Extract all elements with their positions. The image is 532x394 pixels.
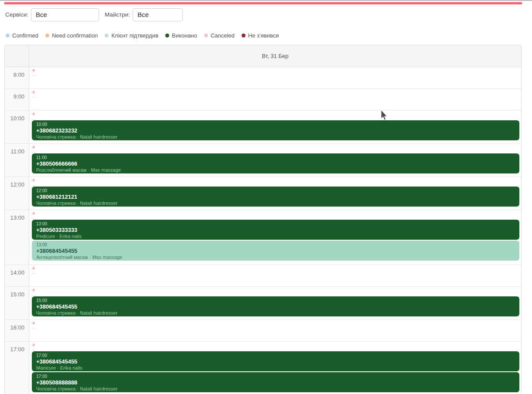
calendar-table: Вт, 31 Бер 8:00 + ... 9:00 + ... 10:00 +…	[4, 45, 522, 394]
time-label: 17:00	[5, 342, 29, 394]
appointment-card[interactable]: 15:00 +380684545455 Чоловіча стрижка · N…	[32, 296, 519, 316]
more-options-icon[interactable]: ...	[32, 326, 37, 328]
day-slot-cell[interactable]: + ...	[29, 89, 521, 110]
day-slot-cell[interactable]: + ...	[29, 67, 521, 88]
calendar-row: 16:00 + ...	[5, 320, 521, 342]
legend-label: Не з’явився	[248, 32, 279, 39]
calendar-header-row: Вт, 31 Бер	[5, 45, 521, 67]
day-column-header: Вт, 31 Бер	[29, 45, 521, 67]
calendar-corner-cell	[5, 45, 29, 67]
slot-actions: + ...	[32, 111, 37, 119]
appointment-phone: +380682323232	[36, 127, 515, 134]
appointment-card[interactable]: 13:00 +380684545455 Антицелюлітний масаж…	[32, 241, 519, 261]
appointment-phone: +380684545455	[36, 248, 515, 255]
legend-item: Не з’явився	[242, 32, 279, 39]
services-filter-label: Сервіси:	[5, 11, 28, 18]
filters-bar: Сервіси: Майстри:	[5, 8, 183, 21]
legend-item: Виконано	[165, 32, 197, 39]
appointment-phone: +380506666666	[36, 160, 515, 167]
appointment-phone: +380681212121	[36, 194, 515, 200]
legend-label: Confirmed	[12, 32, 38, 39]
appointment-time: 15:00	[36, 298, 515, 303]
more-options-icon[interactable]: ...	[32, 117, 37, 119]
more-options-icon[interactable]: ...	[32, 348, 37, 350]
legend-item: Need confirmation	[45, 32, 98, 39]
day-slot-cell[interactable]: + ... 13:00 +380503333333 Pedicure · Eri…	[29, 210, 521, 265]
time-label: 8:00	[5, 67, 29, 88]
appointment-card[interactable]: 17:00 +380508888888 Чоловіча стрижка · N…	[32, 372, 519, 392]
status-dot-icon-canceled	[204, 34, 208, 37]
calendar-row: 17:00 + ... 17:00 +380684545455 Manicure…	[5, 342, 521, 394]
appointment-card[interactable]: 11:00 +380506666666 Розслабляючий масаж …	[32, 153, 519, 173]
day-slot-cell[interactable]: + ... 12:00 +380681212121 Чоловіча стриж…	[29, 177, 521, 210]
slot-actions: + ...	[32, 177, 37, 185]
appointment-phone: +380508888888	[36, 379, 515, 386]
appointment-card[interactable]: 12:00 +380681212121 Чоловіча стрижка · N…	[32, 187, 519, 207]
legend-label: Need confirmation	[52, 32, 98, 39]
calendar-row: 10:00 + ... 10:00 +380682323232 Чоловіча…	[5, 111, 521, 144]
appointment-list: 12:00 +380681212121 Чоловіча стрижка · N…	[32, 187, 519, 207]
services-filter-input[interactable]	[31, 8, 99, 21]
appointment-list: 17:00 +380684545455 Manicure · Erika nai…	[32, 351, 519, 392]
slot-actions: + ...	[32, 68, 37, 75]
day-slot-cell[interactable]: + ... 15:00 +380684545455 Чоловіча стриж…	[29, 287, 521, 319]
slot-actions: + ...	[32, 287, 37, 295]
day-slot-cell[interactable]: + ...	[29, 320, 521, 341]
appointment-service: Чоловіча стрижка · Natali hairdresser	[36, 200, 515, 206]
day-slot-cell[interactable]: + ... 10:00 +380682323232 Чоловіча стриж…	[29, 111, 521, 143]
appointment-time: 13:00	[36, 242, 515, 248]
more-options-icon[interactable]: ...	[32, 216, 37, 218]
appointment-card[interactable]: 13:00 +380503333333 Pedicure · Erika nai…	[32, 220, 519, 240]
more-options-icon[interactable]: ...	[32, 73, 37, 75]
slot-actions: + ...	[32, 144, 37, 152]
masters-filter-label: Майстри:	[105, 11, 130, 18]
appointment-list: 15:00 +380684545455 Чоловіча стрижка · N…	[32, 296, 519, 316]
legend-label: Canceled	[211, 32, 235, 39]
day-slot-cell[interactable]: + ...	[29, 265, 521, 286]
time-label: 16:00	[5, 320, 29, 341]
appointment-time: 17:00	[36, 353, 515, 358]
calendar-row: 15:00 + ... 15:00 +380684545455 Чоловіча…	[5, 287, 521, 320]
time-label: 15:00	[5, 287, 29, 319]
day-slot-cell[interactable]: + ... 17:00 +380684545455 Manicure · Eri…	[29, 342, 521, 394]
top-divider	[0, 0, 532, 1]
calendar-row: 8:00 + ...	[5, 67, 521, 89]
legend-item: Canceled	[204, 32, 235, 39]
appointment-service: Антицелюлітний масаж · Max massage	[36, 255, 515, 260]
day-slot-cell[interactable]: + ... 11:00 +380506666666 Розслабляючий …	[29, 144, 521, 177]
appointment-time: 17:00	[36, 374, 515, 379]
appointment-service: Розслабляючий масаж · Max massage	[36, 167, 515, 173]
appointment-time: 12:00	[36, 188, 515, 194]
calendar-row: 13:00 + ... 13:00 +380503333333 Pedicure…	[5, 210, 521, 265]
status-dot-icon-done	[165, 34, 169, 37]
time-label: 10:00	[5, 111, 29, 143]
appointment-service: Pedicure · Erika nails	[36, 234, 515, 239]
masters-filter-input[interactable]	[133, 8, 183, 21]
appointment-list: 10:00 +380682323232 Чоловіча стрижка · N…	[32, 120, 519, 140]
more-options-icon[interactable]: ...	[32, 183, 37, 185]
calendar-row: 12:00 + ... 12:00 +380681212121 Чоловіча…	[5, 177, 521, 210]
more-options-icon[interactable]: ...	[32, 150, 37, 152]
appointment-phone: +380684545455	[36, 303, 515, 310]
calendar-row: 9:00 + ...	[5, 89, 521, 111]
appointment-service: Manicure · Erika nails	[36, 365, 515, 371]
appointment-card[interactable]: 17:00 +380684545455 Manicure · Erika nai…	[32, 351, 519, 371]
calendar-row: 14:00 + ...	[5, 265, 521, 287]
more-options-icon[interactable]: ...	[32, 271, 37, 273]
calendar-body: 8:00 + ... 9:00 + ... 10:00 + ... 1	[5, 67, 521, 394]
status-dot-icon-no-show	[242, 34, 246, 37]
more-options-icon[interactable]: ...	[32, 293, 37, 295]
calendar-row: 11:00 + ... 11:00 +380506666666 Розслабл…	[5, 144, 521, 177]
more-options-icon[interactable]: ...	[32, 95, 37, 97]
appointment-phone: +380503333333	[36, 227, 515, 234]
appointment-service: Чоловіча стрижка · Natali hairdresser	[36, 310, 515, 316]
slot-actions: + ...	[32, 89, 37, 97]
legend-item: Клієнт підтвердив	[105, 32, 158, 39]
status-legend: Confirmed Need confirmation Клієнт підтв…	[6, 32, 286, 39]
slot-actions: + ...	[32, 342, 37, 350]
time-label: 14:00	[5, 265, 29, 286]
appointment-service: Чоловіча стрижка · Natali hairdresser	[36, 134, 515, 140]
appointment-card[interactable]: 10:00 +380682323232 Чоловіча стрижка · N…	[32, 120, 519, 140]
legend-label: Клієнт підтвердив	[111, 32, 158, 39]
appointment-list: 11:00 +380506666666 Розслабляючий масаж …	[32, 153, 519, 173]
